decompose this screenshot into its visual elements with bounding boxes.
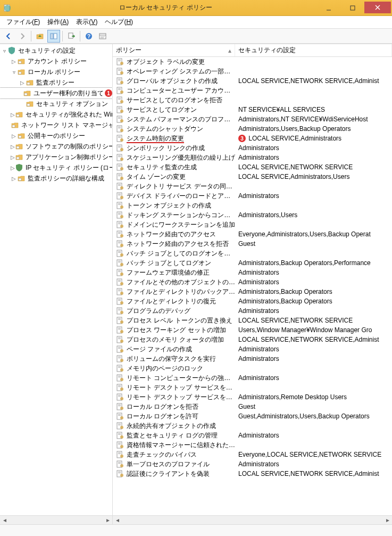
column-setting[interactable]: セキュリティの設定 <box>235 44 392 56</box>
list-row[interactable]: シンボリック リンクの作成Administrators <box>113 143 392 153</box>
tree-root[interactable]: ▿ セキュリティの設定 <box>0 45 112 56</box>
list-row[interactable]: メモリ内のページのロック <box>113 364 392 373</box>
expand-icon[interactable]: ▿ <box>11 69 17 75</box>
expand-icon[interactable]: ▿ <box>1 48 7 54</box>
list-row[interactable]: オペレーティング システムの一部として機能 <box>113 67 392 76</box>
list-row[interactable]: ファイルとディレクトリのバックアップAdministrators,Backup … <box>113 287 392 296</box>
properties-button[interactable] <box>96 30 109 43</box>
list-row[interactable]: デバイス ドライバーのロードとアンロードAdministrators <box>113 191 392 201</box>
list-row[interactable]: 走査チェックのバイパスEveryone,LOCAL SERVICE,NETWOR… <box>113 450 392 459</box>
list-row[interactable]: リモート デスクトップ サービスを使ったログオ...Administrators… <box>113 392 392 402</box>
column-policy[interactable]: ポリシー▴ <box>113 44 235 56</box>
list-row[interactable]: プロセス レベル トークンの置き換えLOCAL SERVICE,NETWORK … <box>113 316 392 325</box>
forward-button[interactable] <box>16 30 29 43</box>
list-row[interactable]: サービスとしてのログオンを拒否 <box>113 95 392 105</box>
maximize-button[interactable] <box>340 2 364 14</box>
list-row[interactable]: サービスとしてログオンNT SERVICE¥ALL SERVICES <box>113 105 392 114</box>
tree-item[interactable]: ユーザー権利の割り当て1 <box>0 88 112 98</box>
list-row[interactable]: プロセスのメモリ クォータの増加LOCAL SERVICE,NETWORK SE… <box>113 335 392 344</box>
list-row[interactable]: リモート コンピューターからの強制シャットダウンAdministrators <box>113 373 392 383</box>
list-row[interactable]: オブジェクト ラベルの変更 <box>113 57 392 67</box>
policy-name: オペレーティング システムの一部として機能 <box>127 67 236 76</box>
menu-file[interactable]: ファイル(F) <box>3 17 43 28</box>
list-row[interactable]: タイム ゾーンの変更LOCAL SERVICE,Administrators,U… <box>113 172 392 182</box>
tree-panel[interactable]: ▿ セキュリティの設定 ▷アカウント ポリシー▿ローカル ポリシー▷監査ポリシー… <box>0 44 113 515</box>
tree-item[interactable]: ▷IP セキュリティ ポリシー (ローカル <box>0 162 112 173</box>
list-row[interactable]: ファイルとディレクトリの復元Administrators,Backup Oper… <box>113 296 392 306</box>
list-row[interactable]: セキュリティ監査の生成LOCAL SERVICE,NETWORK SERVICE <box>113 162 392 172</box>
list-row[interactable]: ドッキング ステーションからコンピューターを削除Administrators,U… <box>113 210 392 220</box>
menu-view[interactable]: 表示(V) <box>73 17 101 28</box>
tree-item[interactable]: ▷ソフトウェアの制限のポリシー <box>0 141 112 152</box>
tree-item[interactable]: ▷公開キーのポリシー <box>0 130 112 141</box>
list-row[interactable]: スケジューリング優先順位の繰り上げAdministrators <box>113 153 392 162</box>
expand-icon[interactable]: ▷ <box>11 59 17 64</box>
svg-rect-183 <box>118 434 121 435</box>
list-row[interactable]: バッチ ジョブとしてのログオンを拒否 <box>113 249 392 258</box>
list-row[interactable]: ドメインにワークステーションを追加 <box>113 220 392 229</box>
tree-item[interactable]: ▷監査ポリシー <box>0 77 112 88</box>
list-row[interactable]: ローカル ログオンを拒否Guest <box>113 402 392 411</box>
minimize-button[interactable] <box>316 2 340 14</box>
list-row[interactable]: グローバル オブジェクトの作成LOCAL SERVICE,NETWORK SER… <box>113 76 392 86</box>
annotation-badge: 1 <box>105 89 112 97</box>
list-panel[interactable]: ポリシー▴ セキュリティの設定 オブジェクト ラベルの変更オペレーティング シス… <box>113 44 392 515</box>
list-row[interactable]: プロセス ワーキング セットの増加Users,Window Manager¥Wi… <box>113 325 392 335</box>
expand-icon[interactable]: ▷ <box>11 144 15 150</box>
tree-hscroll[interactable]: ◂▸ <box>0 515 113 524</box>
policy-icon <box>116 374 124 382</box>
expand-icon[interactable]: ▷ <box>11 154 15 160</box>
list-row[interactable]: コンピューターとユーザー アカウントに委任... <box>113 86 392 95</box>
tree-item[interactable]: セキュリティ オプション <box>0 98 112 109</box>
help-button[interactable]: ? <box>82 30 95 43</box>
list-row[interactable]: ファームウェア環境値の修正Administrators <box>113 268 392 277</box>
svg-point-188 <box>120 445 123 448</box>
tree-item[interactable]: ▷セキュリティが強化された Windo <box>0 109 112 120</box>
menu-action[interactable]: 操作(A) <box>44 17 72 28</box>
list-hscroll[interactable]: ◂▸ <box>113 515 392 524</box>
tree-item[interactable]: ネットワーク リスト マネージャー ポ <box>0 120 112 130</box>
list-row[interactable]: 永続的共有オブジェクトの作成 <box>113 421 392 431</box>
list-row[interactable]: 認証後にクライアントを偽装LOCAL SERVICE,NETWORK SERVI… <box>113 469 392 479</box>
list-row[interactable]: システム パフォーマンスのプロファイルAdministrators,NT SER… <box>113 114 392 124</box>
list-row[interactable]: 単一プロセスのプロファイルAdministrators <box>113 459 392 469</box>
tree-list-button[interactable] <box>47 30 60 43</box>
list-row[interactable]: プログラムのデバッグAdministrators <box>113 306 392 316</box>
tree-item[interactable]: ▿ローカル ポリシー <box>0 67 112 77</box>
list-row[interactable]: ファイルとその他のオブジェクトの所有権の...Administrators <box>113 277 392 287</box>
list-row[interactable]: トークン オブジェクトの作成 <box>113 201 392 210</box>
svg-point-168 <box>120 397 123 400</box>
tree-item[interactable]: ▷アプリケーション制御ポリシー <box>0 152 112 162</box>
expand-icon[interactable]: ▷ <box>11 112 15 118</box>
svg-point-144 <box>120 340 123 343</box>
svg-rect-122 <box>118 290 121 290</box>
list-row[interactable]: システムのシャットダウンAdministrators,Users,Backup … <box>113 124 392 134</box>
expand-icon[interactable]: ▷ <box>19 80 26 86</box>
expand-icon[interactable]: ▷ <box>11 133 17 139</box>
tree-item[interactable]: ▷監査ポリシーの詳細な構成 <box>0 173 112 184</box>
list-row[interactable]: 2システム時刻の変更3 LOCAL SERVICE,Administrators <box>113 134 392 143</box>
expand-icon[interactable]: ▷ <box>11 176 17 182</box>
list-row[interactable]: ボリュームの保守タスクを実行Administrators <box>113 354 392 364</box>
policy-icon <box>116 278 124 286</box>
list-row[interactable]: ディレクトリ サービス データの同期化 <box>113 182 392 191</box>
list-row[interactable]: ローカル ログオンを許可Guest,Administrators,Users,B… <box>113 411 392 421</box>
policy-icon <box>116 287 124 296</box>
list-row[interactable]: ネットワーク経由でのアクセスEveryone,Administrators,Us… <box>113 229 392 239</box>
back-button[interactable] <box>2 30 15 43</box>
policy-name: 永続的共有オブジェクトの作成 <box>127 422 236 431</box>
security-setting: Administrators,Users,Backup Operators <box>236 125 392 133</box>
export-button[interactable] <box>65 30 78 43</box>
list-row[interactable]: ネットワーク経由のアクセスを拒否Guest <box>113 239 392 249</box>
list-row[interactable]: 資格情報マネージャーに信頼された呼び出... <box>113 440 392 450</box>
up-button[interactable] <box>34 30 46 43</box>
close-button[interactable] <box>364 2 391 13</box>
list-row[interactable]: ページ ファイルの作成Administrators <box>113 344 392 354</box>
list-row[interactable]: 監査とセキュリティ ログの管理Administrators <box>113 431 392 440</box>
menu-help[interactable]: ヘルプ(H) <box>102 17 136 28</box>
list-row[interactable]: リモート デスクトップ サービスを使ったログオ... <box>113 383 392 392</box>
tree-item[interactable]: ▷アカウント ポリシー <box>0 56 112 67</box>
svg-rect-82 <box>118 194 121 194</box>
list-row[interactable]: バッチ ジョブとしてログオンAdministrators,Backup Oper… <box>113 258 392 268</box>
expand-icon[interactable]: ▷ <box>11 165 15 171</box>
